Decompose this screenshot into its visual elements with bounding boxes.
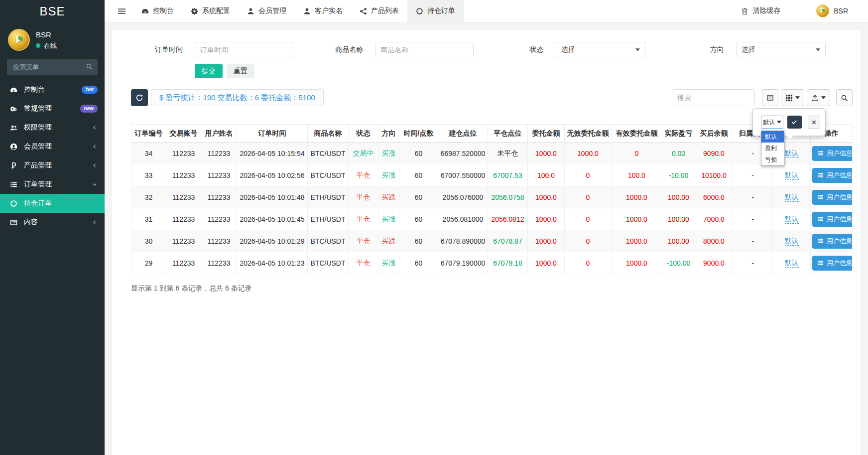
filter-order-time: 订单时间 bbox=[131, 42, 311, 57]
cell-value: 1000.0 bbox=[626, 215, 647, 223]
top-navbar: 控制台系统配置会员管理客户实名产品列表持仓订单 清除缓存 P BSR bbox=[105, 0, 868, 22]
risk-default-link[interactable]: 默认 bbox=[785, 171, 799, 180]
cell-value: 1000.0 bbox=[535, 259, 557, 267]
table-cell: 8000.0 bbox=[695, 230, 733, 252]
cell-value: 买跌 bbox=[382, 237, 396, 245]
cell-value: 0.00 bbox=[672, 150, 685, 157]
cell-value: 29 bbox=[145, 259, 153, 267]
columns-button[interactable] bbox=[781, 89, 804, 106]
tab-控制台[interactable]: 控制台 bbox=[133, 0, 182, 22]
table-cell: 112233 bbox=[201, 143, 237, 164]
cell-value: 66987.520000 bbox=[441, 150, 486, 157]
tab-会员管理[interactable]: 会员管理 bbox=[239, 0, 295, 22]
product-name-input[interactable] bbox=[375, 42, 474, 57]
table-cell: 30 bbox=[131, 230, 166, 252]
search-toggle-button[interactable] bbox=[836, 89, 853, 106]
share-icon bbox=[360, 7, 367, 15]
table-cell: 60 bbox=[399, 230, 438, 252]
sidebar-item-产品管理[interactable]: 产品管理 bbox=[0, 156, 105, 175]
sidebar-item-会员管理[interactable]: 会员管理 bbox=[0, 137, 105, 156]
risk-default-link[interactable]: 默认 bbox=[785, 259, 799, 268]
user-info-button[interactable]: 用户信息 bbox=[812, 168, 853, 183]
column-header-订单编号: 订单编号 bbox=[131, 125, 166, 143]
table-cell: 用户信息 bbox=[811, 230, 853, 252]
tab-持仓订单[interactable]: 持仓订单 bbox=[407, 0, 464, 22]
list-alt-icon bbox=[9, 219, 18, 226]
table-cell: 用户信息 bbox=[811, 208, 853, 230]
risk-default-link[interactable]: 默认 bbox=[785, 149, 799, 158]
cancel-button[interactable] bbox=[808, 116, 820, 129]
cell-value: 112233 bbox=[172, 150, 195, 157]
status-select[interactable]: 选择 bbox=[556, 42, 645, 57]
table-search-input[interactable] bbox=[672, 89, 755, 106]
cell-value: 112233 bbox=[172, 237, 195, 245]
export-button[interactable] bbox=[807, 89, 830, 106]
cell-value: - bbox=[751, 150, 754, 157]
confirm-button[interactable] bbox=[787, 116, 802, 129]
caret-down-icon bbox=[816, 48, 820, 51]
cell-value: 32 bbox=[145, 193, 153, 201]
direction-select[interactable]: 选择 bbox=[736, 42, 826, 57]
user-icon bbox=[303, 7, 311, 15]
cell-value: -10.00 bbox=[669, 171, 689, 179]
user-info-button[interactable]: 用户信息 bbox=[812, 234, 853, 249]
dropdown-option-亏损[interactable]: 亏损 bbox=[761, 154, 784, 165]
tab-系统配置[interactable]: 系统配置 bbox=[182, 0, 239, 22]
sidebar-item-持仓订单[interactable]: 持仓订单 bbox=[0, 194, 105, 213]
user-info-button[interactable]: 用户信息 bbox=[812, 146, 853, 161]
column-header-状态: 状态 bbox=[349, 125, 378, 143]
table-cell: 1000.0 bbox=[612, 208, 662, 230]
cell-value: 30 bbox=[145, 237, 153, 245]
list-icon bbox=[817, 260, 824, 266]
cell-value: 平仓 bbox=[357, 237, 371, 245]
reset-button[interactable]: 重置 bbox=[227, 64, 254, 78]
column-header-订单时间: 订单时间 bbox=[237, 125, 308, 143]
table-cell: BTC/USDT bbox=[308, 164, 349, 186]
sidebar-item-订单管理[interactable]: 订单管理 bbox=[0, 175, 105, 194]
sidebar-item-权限管理[interactable]: 权限管理 bbox=[0, 118, 105, 137]
risk-default-link[interactable]: 默认 bbox=[785, 193, 799, 202]
cell-value: 2026-04-05 10:01:48 bbox=[240, 193, 305, 201]
risk-default-link[interactable]: 默认 bbox=[785, 237, 799, 246]
table-cell: 112233 bbox=[201, 186, 237, 208]
list-icon bbox=[817, 216, 824, 222]
sidebar-item-常规管理[interactable]: 常规管理new bbox=[0, 99, 105, 118]
order-time-input[interactable] bbox=[195, 42, 293, 57]
table-cell: 买跌 bbox=[378, 230, 399, 252]
dropdown-option-盈利[interactable]: 盈利 bbox=[761, 143, 784, 154]
navbar-user[interactable]: P BSR bbox=[816, 4, 848, 17]
menu-toggle-icon[interactable] bbox=[111, 0, 133, 22]
cell-value: 0 bbox=[586, 215, 590, 223]
sidebar-item-控制台[interactable]: 控制台hot bbox=[0, 80, 105, 99]
column-header-时间/点数: 时间/点数 bbox=[399, 125, 438, 143]
table-cell: 31 bbox=[131, 208, 166, 230]
cell-value: 60 bbox=[415, 259, 423, 267]
table-cell: 买涨 bbox=[378, 143, 399, 164]
cell-value: 112233 bbox=[208, 150, 231, 157]
close-icon bbox=[811, 120, 817, 125]
clear-cache-button[interactable]: 清除缓存 bbox=[741, 6, 780, 15]
dropdown-option-默认[interactable]: 默认 bbox=[761, 131, 784, 143]
tab-产品列表[interactable]: 产品列表 bbox=[351, 0, 407, 22]
detail-view-button[interactable] bbox=[762, 89, 778, 106]
refresh-button[interactable] bbox=[131, 89, 148, 106]
submit-button[interactable]: 提交 bbox=[195, 64, 223, 78]
risk-default-link[interactable]: 默认 bbox=[785, 215, 799, 224]
cell-value: 平仓 bbox=[357, 259, 371, 267]
risk-select[interactable]: 默认 bbox=[761, 116, 783, 129]
table-cell: 2056.0758 bbox=[488, 186, 528, 208]
user-info-button[interactable]: 用户信息 bbox=[812, 212, 853, 227]
cell-value: BTC/USDT bbox=[311, 171, 346, 179]
users-icon bbox=[9, 124, 18, 132]
user-info-button[interactable]: 用户信息 bbox=[812, 256, 853, 271]
filter-status: 状态 选择 bbox=[492, 42, 672, 57]
tab-客户实名[interactable]: 客户实名 bbox=[295, 0, 351, 22]
table-cell: 默认 bbox=[773, 164, 811, 186]
column-header-有效委托金额: 有效委托金额 bbox=[612, 125, 662, 143]
cell-value: 2056.076000 bbox=[443, 193, 484, 201]
user-info-button[interactable]: 用户信息 bbox=[812, 190, 853, 205]
user-circle-icon bbox=[9, 143, 18, 151]
sidebar-search-input[interactable] bbox=[7, 59, 98, 75]
sidebar-item-内容[interactable]: 内容 bbox=[0, 213, 105, 232]
menu-badge: new bbox=[80, 105, 98, 113]
